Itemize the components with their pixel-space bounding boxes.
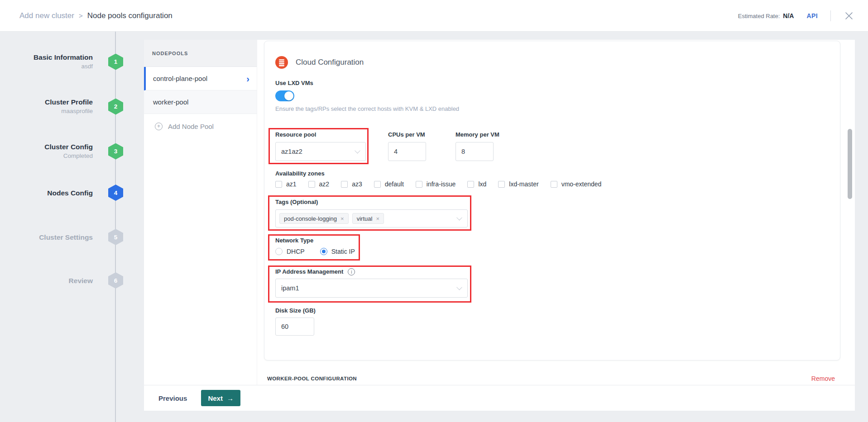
cpus-value: 4 — [394, 148, 398, 155]
cloud-configuration-card: Cloud Configuration Use LXD VMs Ensure t… — [264, 41, 840, 360]
checkbox-icon[interactable] — [308, 181, 315, 188]
availability-zones-label: Availability zones — [275, 170, 826, 177]
step-number-hexagon[interactable]: 3 — [108, 143, 123, 160]
disk-size-input[interactable]: 60 — [275, 318, 314, 336]
stepper-timeline — [115, 32, 116, 422]
nodepool-item[interactable]: control-plane-pool › — [144, 67, 257, 90]
main-panel: NODEPOOLS control-plane-pool › worker-po… — [144, 40, 855, 411]
tag-remove-icon[interactable]: × — [376, 216, 379, 222]
stepper-step[interactable]: Cluster Settings 5 — [0, 229, 123, 245]
checkbox-icon[interactable] — [416, 181, 422, 188]
ipam-select[interactable]: ipam1 — [275, 279, 468, 298]
network-type-radio-group: DHCP Static IP — [275, 247, 826, 255]
checkbox-icon[interactable] — [374, 181, 381, 188]
availability-zone-checkbox[interactable]: az3 — [341, 180, 362, 188]
plus-circle-icon: + — [155, 123, 163, 130]
scrollbar-thumb[interactable] — [848, 129, 852, 199]
radio-icon[interactable] — [320, 248, 327, 255]
step-label: Cluster Settings — [0, 232, 93, 242]
step-texts: Cluster Profile maasprofile — [0, 97, 108, 116]
use-lxd-label: Use LXD VMs — [275, 80, 826, 87]
estimated-rate-label: Estimated Rate: — [738, 13, 780, 19]
step-number: 5 — [114, 234, 118, 241]
estimated-rate-value: N/A — [783, 12, 794, 19]
estimated-rate: Estimated Rate: N/A — [738, 12, 794, 19]
network-type-radio[interactable]: Static IP — [320, 248, 355, 255]
nodepools-list: control-plane-pool › worker-pool › — [144, 67, 257, 114]
cpus-input[interactable]: 4 — [388, 142, 426, 161]
memory-field: Memory per VM 8 — [456, 131, 494, 161]
step-number-hexagon[interactable]: 2 — [108, 99, 123, 115]
step-label: Nodes Config — [0, 188, 93, 198]
step-number-hexagon[interactable]: 4 — [108, 185, 123, 201]
tag-chip: pod-console-logging × — [279, 213, 349, 224]
cpus-label: CPUs per VM — [388, 131, 426, 138]
availability-zone-checkbox[interactable]: lxd-master — [498, 180, 538, 188]
app-header: Add new cluster > Node pools configurati… — [0, 0, 868, 32]
step-number: 4 — [114, 190, 118, 196]
tag-remove-icon[interactable]: × — [340, 216, 344, 222]
close-icon[interactable] — [844, 10, 854, 21]
arrow-right-icon: → — [227, 394, 234, 402]
chevron-down-icon — [457, 216, 462, 221]
tag-chip: virtual × — [352, 213, 384, 224]
step-sublabel: maasprofile — [0, 107, 93, 116]
stepper-step[interactable]: Cluster Config Completed 3 — [0, 142, 123, 161]
breadcrumb-add-new-cluster[interactable]: Add new cluster — [19, 11, 74, 20]
radio-icon[interactable] — [275, 248, 283, 255]
availability-zone-checkbox[interactable]: vmo-extended — [551, 180, 602, 188]
previous-button[interactable]: Previous — [158, 394, 187, 402]
disk-size-label: Disk Size (GB) — [275, 307, 826, 314]
resource-pool-field: Resource pool az1az2 — [275, 131, 366, 161]
next-button[interactable]: Next → — [201, 390, 240, 406]
toggle-knob — [284, 91, 293, 100]
step-texts: Nodes Config — [0, 188, 108, 198]
api-link[interactable]: API — [806, 12, 818, 19]
availability-zone-label: lxd — [478, 180, 486, 188]
step-number: 6 — [114, 277, 118, 284]
step-number-hexagon[interactable]: 6 — [108, 272, 123, 289]
stepper-step[interactable]: Basic Information asdf 1 — [0, 52, 123, 71]
checkbox-icon[interactable] — [498, 181, 505, 188]
tags-label: Tags (Optional) — [275, 199, 826, 206]
disk-size-value: 60 — [281, 323, 288, 330]
stepper-step[interactable]: Review 6 — [0, 272, 123, 289]
section-title: Cloud Configuration — [296, 58, 364, 67]
availability-zone-label: az2 — [319, 180, 330, 188]
stepper-step[interactable]: Nodes Config 4 — [0, 185, 123, 201]
checkbox-icon[interactable] — [551, 181, 557, 188]
wizard-footer: Previous Next → — [144, 385, 855, 411]
nodepool-item[interactable]: worker-pool › — [144, 90, 257, 114]
availability-zone-label: az1 — [286, 180, 297, 188]
cloud-config-header: Cloud Configuration — [275, 56, 826, 69]
step-label: Basic Information — [0, 52, 93, 62]
checkbox-icon[interactable] — [341, 181, 348, 188]
info-icon[interactable]: i — [348, 268, 355, 275]
breadcrumb: Add new cluster > Node pools configurati… — [19, 11, 173, 20]
tags-multiselect[interactable]: pod-console-logging × virtual × — [275, 209, 468, 228]
stepper-step[interactable]: Cluster Profile maasprofile 2 — [0, 97, 123, 116]
checkbox-icon[interactable] — [275, 181, 282, 188]
availability-zone-label: default — [385, 180, 404, 188]
worker-pool-section-header: WORKER-POOL CONFIGURATION Remove — [267, 375, 835, 383]
availability-zone-checkbox[interactable]: infra-issue — [416, 180, 456, 188]
tag-chip-label: pod-console-logging — [284, 215, 337, 222]
maas-cloud-icon — [275, 56, 288, 69]
remove-pool-link[interactable]: Remove — [811, 375, 835, 382]
checkbox-icon[interactable] — [467, 181, 474, 188]
use-lxd-toggle[interactable] — [275, 90, 294, 101]
availability-zone-checkbox[interactable]: az2 — [308, 180, 330, 188]
cpus-field: CPUs per VM 4 — [388, 131, 426, 161]
resource-pool-select[interactable]: az1az2 — [275, 142, 366, 161]
memory-input[interactable]: 8 — [456, 142, 494, 161]
availability-zone-checkbox[interactable]: az1 — [275, 180, 297, 188]
nodepools-header: NODEPOOLS — [144, 40, 257, 67]
availability-zone-checkbox[interactable]: default — [374, 180, 404, 188]
nodepool-name: worker-pool — [153, 98, 188, 106]
step-number-hexagon[interactable]: 5 — [108, 229, 123, 245]
step-number-hexagon[interactable]: 1 — [108, 54, 123, 70]
availability-zone-checkbox[interactable]: lxd — [467, 180, 486, 188]
use-lxd-hint: Ensure the tags/RPs select the correct h… — [275, 105, 826, 113]
add-node-pool-button[interactable]: + Add Node Pool — [144, 114, 257, 138]
network-type-radio[interactable]: DHCP — [275, 248, 305, 255]
